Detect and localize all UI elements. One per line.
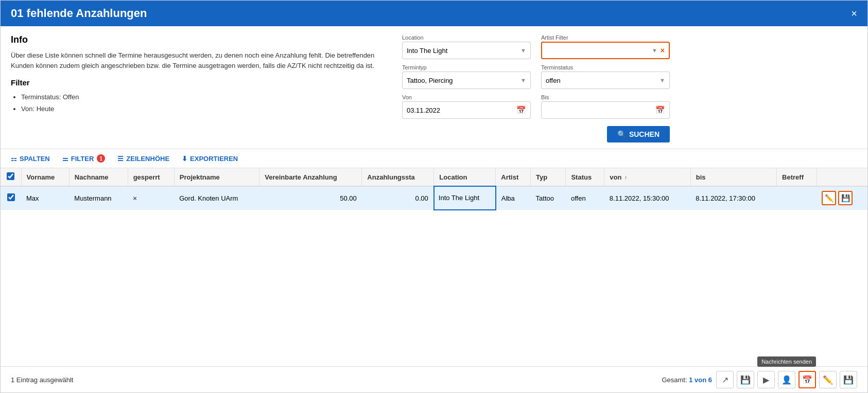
- artist-filter-select[interactable]: ▼ ×: [541, 42, 670, 59]
- artist-filter-close-icon[interactable]: ×: [661, 46, 665, 55]
- terminstatus-select[interactable]: offen ▼: [541, 72, 670, 89]
- filter-item-terminstatus: Terminstatus: Offen: [21, 91, 392, 103]
- filter-badge: 1: [97, 154, 105, 163]
- von-calendar-icon[interactable]: 📅: [516, 105, 526, 115]
- table-container[interactable]: Vorname Nachname gesperrt Projektname Ve: [1, 168, 867, 366]
- col-gesperrt[interactable]: gesperrt: [128, 168, 174, 186]
- zeilenhoehe-icon: ☰: [117, 155, 124, 163]
- col-projektname[interactable]: Projektname: [174, 168, 259, 186]
- filter-icon: ⚌: [62, 155, 68, 163]
- total-count: 1 von 6: [689, 376, 712, 384]
- dialog-footer: 1 Eintrag ausgewählt Gesamt: 1 von 6 Nac…: [1, 366, 867, 392]
- sort-icon: ↑: [624, 175, 627, 181]
- dialog-body: Info Über diese Liste können schnell die…: [1, 26, 867, 392]
- nachrichten-tooltip: Nachrichten senden: [757, 356, 816, 367]
- save-button[interactable]: 💾: [838, 191, 853, 205]
- col-vorname[interactable]: Vorname: [21, 168, 69, 186]
- terminstatus-value: offen: [546, 77, 561, 84]
- row-vorname: Max: [21, 186, 69, 210]
- action-btns: ✏️ 💾: [822, 191, 862, 205]
- row-checkbox-cell[interactable]: [1, 186, 21, 210]
- footer-person-button[interactable]: 👤: [778, 371, 795, 388]
- terminstatus-label: Terminstatus: [541, 64, 670, 70]
- arrow-out-button[interactable]: ↗: [716, 371, 734, 388]
- footer-actions: Nachrichten senden ↗ 💾 ▶ 👤 📅 ✏️ 💾: [716, 371, 857, 388]
- termintyp-select[interactable]: Tattoo, Piercing ▼: [402, 72, 531, 89]
- exportieren-button[interactable]: ⬇ EXPORTIEREN: [180, 153, 240, 165]
- footer-selected-text: 1 Eintrag ausgewählt: [11, 376, 73, 384]
- col-betreff[interactable]: Betreff: [777, 168, 817, 186]
- spalten-button[interactable]: ⚏ SPALTEN: [9, 153, 52, 165]
- bis-calendar-icon[interactable]: 📅: [655, 105, 665, 115]
- info-title: Info: [11, 34, 392, 45]
- row-typ: Tattoo: [531, 186, 566, 210]
- exportieren-icon: ⬇: [182, 155, 187, 163]
- col-anzahlungsstand[interactable]: Anzahlungssta: [362, 168, 434, 186]
- footer-save2-button[interactable]: 💾: [737, 371, 754, 388]
- row-status: offen: [566, 186, 604, 210]
- info-section: Info Über diese Liste können schnell die…: [11, 34, 392, 142]
- terminstatus-chevron-icon: ▼: [659, 77, 665, 83]
- von-date-input[interactable]: 03.11.2022 📅: [402, 101, 531, 119]
- col-typ[interactable]: Typ: [531, 168, 566, 186]
- dialog: 01 fehlende Anzahlungen × Info Über dies…: [0, 0, 868, 393]
- termintyp-group: Termintyp Tattoo, Piercing ▼: [402, 64, 531, 89]
- edit-button[interactable]: ✏️: [822, 191, 836, 205]
- footer-edit-button[interactable]: ✏️: [819, 371, 837, 388]
- filter-button[interactable]: ⚌ FILTER 1: [60, 152, 108, 165]
- artist-filter-label: Artist Filter: [541, 34, 670, 41]
- footer-total: Gesamt: 1 von 6: [662, 376, 712, 384]
- col-status[interactable]: Status: [566, 168, 604, 186]
- footer-calendar-button[interactable]: 📅: [798, 371, 816, 388]
- search-icon: 🔍: [617, 130, 626, 138]
- row-von: 8.11.2022, 15:30:00: [604, 186, 690, 210]
- terminstatus-group: Terminstatus offen ▼: [541, 64, 670, 89]
- col-artist[interactable]: Artist: [496, 168, 531, 186]
- row-betreff: [777, 186, 817, 210]
- footer-disk-button[interactable]: 💾: [840, 371, 857, 388]
- col-bis[interactable]: bis: [690, 168, 776, 186]
- dialog-title: 01 fehlende Anzahlungen: [11, 7, 147, 20]
- col-vereinbarte-anzahlung[interactable]: Vereinbarte Anzahlung: [259, 168, 362, 186]
- select-all-checkbox[interactable]: [7, 172, 14, 180]
- row-bis: 8.11.2022, 17:30:00: [690, 186, 776, 210]
- dialog-header: 01 fehlende Anzahlungen ×: [1, 1, 867, 26]
- main-table: Vorname Nachname gesperrt Projektname Ve: [1, 168, 867, 210]
- search-button[interactable]: 🔍 SUCHEN: [607, 126, 670, 142]
- row-nachname: Mustermann: [69, 186, 128, 210]
- total-label: Gesamt:: [662, 376, 687, 384]
- row-location: Into The Light: [434, 186, 496, 210]
- table-row[interactable]: Max Mustermann × Gord. Knoten UArm 50.00…: [1, 186, 867, 210]
- col-nachname[interactable]: Nachname: [69, 168, 128, 186]
- location-chevron-icon: ▼: [520, 47, 526, 53]
- row-gesperrt: ×: [128, 186, 174, 210]
- filter-item-von: Von: Heute: [21, 103, 392, 115]
- spalten-icon: ⚏: [11, 155, 17, 163]
- row-checkbox[interactable]: [7, 193, 15, 201]
- close-button[interactable]: ×: [851, 8, 857, 19]
- search-label: SUCHEN: [629, 130, 659, 138]
- bis-date-input[interactable]: 📅: [541, 101, 670, 119]
- artist-filter-chevron-icon: ▼: [652, 47, 657, 53]
- location-select[interactable]: Into The Light ▼: [402, 42, 531, 59]
- zeilenhoehe-button[interactable]: ☰ ZEILENHÖHE: [115, 153, 171, 165]
- col-von[interactable]: von ↑: [604, 168, 690, 186]
- col-location[interactable]: Location: [434, 168, 496, 186]
- col-actions: [817, 168, 867, 186]
- location-label: Location: [402, 34, 531, 41]
- info-text: Über diese Liste können schnell die Term…: [11, 50, 392, 70]
- footer-arrow-right-button[interactable]: ▶: [757, 371, 775, 388]
- termintyp-value: Tattoo, Piercing: [407, 77, 453, 84]
- header-checkbox-cell[interactable]: [1, 168, 21, 186]
- search-btn-row: 🔍 SUCHEN: [402, 126, 670, 142]
- top-section: Info Über diese Liste können schnell die…: [1, 26, 867, 149]
- spalten-label: SPALTEN: [20, 155, 50, 163]
- termintyp-label: Termintyp: [402, 64, 531, 70]
- artist-filter-group: Artist Filter ▼ ×: [541, 34, 670, 59]
- von-value: 03.11.2022: [407, 106, 440, 114]
- row-artist: Alba: [496, 186, 531, 210]
- zeilenhoehe-label: ZEILENHÖHE: [126, 155, 169, 163]
- filter-controls: Location Into The Light ▼ Artist Filter …: [402, 34, 670, 142]
- toolbar: ⚏ SPALTEN ⚌ FILTER 1 ☰ ZEILENHÖHE ⬇ EXPO…: [1, 149, 867, 168]
- row-projektname: Gord. Knoten UArm: [174, 186, 259, 210]
